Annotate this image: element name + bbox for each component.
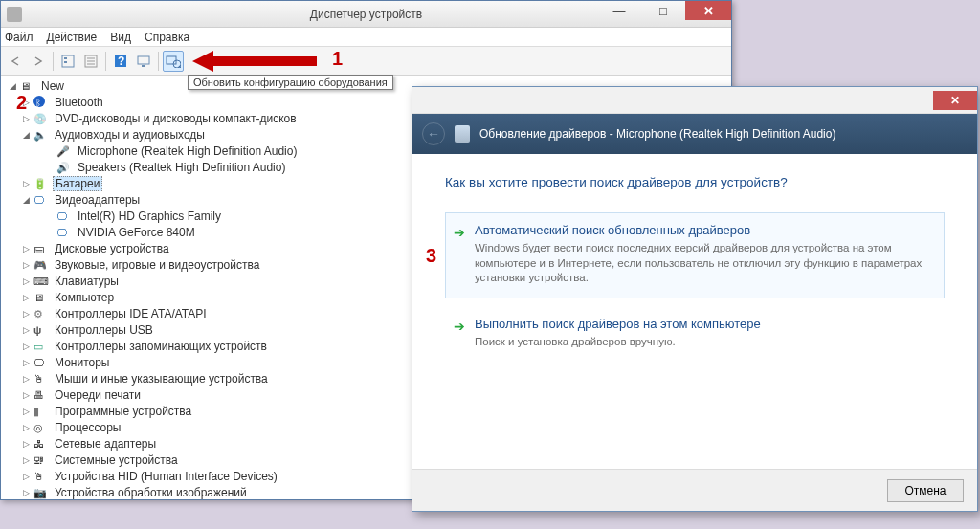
toolbar-forward-button[interactable] — [28, 51, 49, 72]
display-adapter-icon — [56, 209, 72, 223]
toolbar-tooltip: Обновить конфигурацию оборудования — [188, 75, 393, 90]
toolbar-help-button[interactable]: ? — [110, 51, 131, 72]
dm-toolbar: ? 1 — [1, 47, 731, 76]
dialog-back-button[interactable]: ← — [422, 122, 445, 145]
svg-rect-2 — [64, 61, 67, 63]
menu-help[interactable]: Справка — [145, 31, 189, 44]
tree-icon — [61, 55, 75, 68]
arrow-left-icon — [9, 55, 22, 67]
dialog-header-title: Обновление драйверов - Microphone (Realt… — [479, 127, 835, 141]
arrow-right-icon — [32, 55, 45, 67]
dm-menubar: Файл Действие Вид Справка — [1, 28, 731, 47]
dialog-footer: Отмена — [412, 469, 977, 511]
computer-icon — [33, 291, 49, 304]
menu-file[interactable]: Файл — [5, 31, 33, 44]
keyboard-icon — [33, 275, 49, 288]
option-auto-search[interactable]: ➔ Автоматический поиск обновленных драйв… — [445, 212, 945, 298]
annotation-number-2: 2 — [16, 92, 27, 114]
software-device-icon — [33, 405, 49, 418]
scan-hardware-icon — [166, 55, 181, 68]
toolbar-back-button[interactable] — [5, 51, 26, 72]
display-adapter-icon — [33, 193, 49, 207]
dialog-body: Как вы хотите провести поиск драйверов д… — [412, 154, 977, 469]
annotation-number-1: 1 — [332, 48, 343, 70]
bluetooth-icon — [33, 96, 49, 109]
svg-text:?: ? — [118, 55, 124, 68]
help-icon: ? — [114, 55, 127, 68]
system-device-icon — [33, 453, 49, 467]
maximize-button[interactable]: □ — [641, 1, 685, 20]
menu-action[interactable]: Действие — [47, 31, 98, 44]
option-auto-desc: Windows будет вести поиск последних верс… — [475, 241, 928, 286]
camera-icon — [33, 486, 49, 499]
svg-rect-11 — [167, 56, 176, 64]
microphone-icon — [56, 144, 72, 158]
cancel-button[interactable]: Отмена — [887, 479, 964, 502]
driver-update-dialog: ✕ ← Обновление драйверов - Microphone (R… — [412, 86, 978, 512]
monitor-icon — [33, 356, 49, 369]
speaker-icon — [56, 161, 72, 174]
close-button[interactable]: ✕ — [685, 1, 731, 20]
computer-icon — [20, 79, 35, 93]
svg-rect-0 — [62, 55, 74, 67]
toolbar-scan-hardware-button[interactable] — [163, 51, 184, 72]
disk-icon — [33, 242, 49, 255]
dialog-titlebar[interactable]: ✕ — [412, 87, 977, 114]
sound-game-icon — [33, 258, 49, 272]
printer-icon — [33, 388, 49, 402]
dialog-close-button[interactable]: ✕ — [933, 91, 977, 110]
svg-rect-10 — [142, 65, 145, 67]
option-browse-title: Выполнить поиск драйверов на этом компью… — [475, 317, 928, 331]
hid-icon — [33, 470, 49, 483]
cpu-icon — [33, 421, 49, 434]
network-icon — [33, 437, 49, 451]
mouse-icon — [33, 372, 49, 386]
dvd-icon — [33, 112, 49, 125]
monitor-icon — [137, 55, 150, 68]
svg-marker-14 — [192, 51, 317, 72]
usb-icon — [33, 323, 49, 337]
annotation-arrow — [192, 51, 317, 72]
dialog-header: ← Обновление драйверов - Microphone (Rea… — [412, 114, 977, 154]
dm-window-title: Диспетчер устройств — [310, 8, 422, 21]
option-browse-desc: Поиск и установка драйверов вручную. — [475, 335, 928, 350]
option-browse-computer[interactable]: ➔ Выполнить поиск драйверов на этом комп… — [445, 306, 945, 363]
option-auto-title: Автоматический поиск обновленных драйвер… — [475, 223, 928, 237]
arrow-right-icon: ➔ — [454, 225, 465, 240]
dm-titlebar[interactable]: Диспетчер устройств — □ ✕ — [1, 1, 731, 28]
svg-rect-9 — [138, 56, 149, 64]
minimize-button[interactable]: — — [597, 1, 641, 20]
list-icon — [84, 55, 98, 68]
toolbar-scan-button[interactable] — [133, 51, 154, 72]
arrow-right-icon: ➔ — [454, 319, 465, 334]
dialog-question: Как вы хотите провести поиск драйверов д… — [445, 175, 945, 189]
menu-view[interactable]: Вид — [110, 31, 131, 44]
annotation-number-3: 3 — [426, 245, 436, 267]
display-adapter-icon — [56, 226, 72, 239]
battery-icon — [33, 177, 49, 190]
audio-icon — [33, 128, 49, 142]
controller-icon — [33, 307, 49, 320]
device-icon — [455, 125, 470, 143]
system-icon — [7, 7, 22, 22]
svg-rect-1 — [64, 57, 67, 59]
storage-icon — [33, 340, 49, 353]
toolbar-show-hide-button[interactable] — [57, 51, 78, 72]
toolbar-properties-button[interactable] — [80, 51, 101, 72]
